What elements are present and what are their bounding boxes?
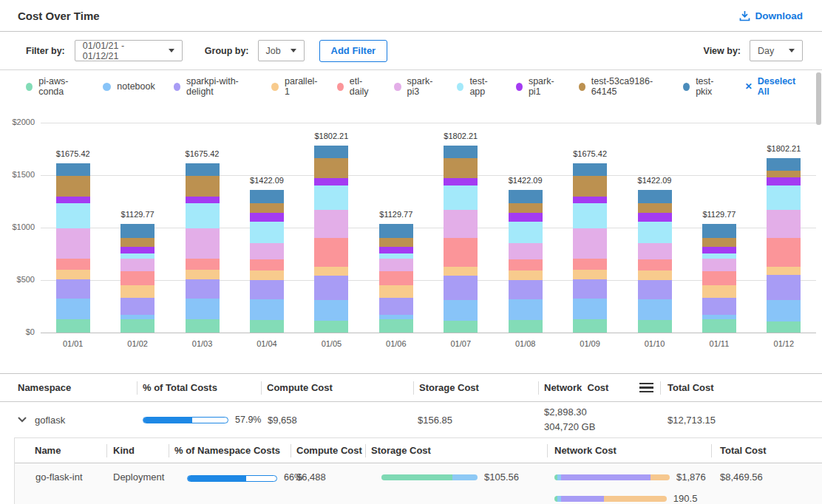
stacked-bar-01/04[interactable] xyxy=(250,190,284,333)
col-pct-total-costs[interactable]: % of Total Costs xyxy=(137,382,261,393)
bar-segment-test-app[interactable] xyxy=(314,185,348,210)
stacked-bar-01/09[interactable] xyxy=(573,163,607,333)
col-pct-namespace-costs[interactable]: % of Namespace Costs xyxy=(169,445,291,456)
legend-item-sparkpi-with-delight[interactable]: sparkpi-with-delight xyxy=(174,76,254,97)
bar-segment-sparkpi-with-delight[interactable] xyxy=(120,298,154,315)
bar-segment-test-app[interactable] xyxy=(638,222,672,243)
bar-segment-spark-pi3[interactable] xyxy=(767,210,801,238)
bar-segment-test-pkix[interactable] xyxy=(379,224,413,238)
bar-segment-etl-daily[interactable] xyxy=(186,259,220,270)
bar-segment-notebook[interactable] xyxy=(314,300,348,321)
bar-segment-etl-daily[interactable] xyxy=(509,259,543,270)
hamburger-menu-icon[interactable] xyxy=(639,383,653,393)
stacked-bar-01/03[interactable] xyxy=(186,163,220,333)
bar-segment-spark-pi3[interactable] xyxy=(702,259,736,271)
col-kind[interactable]: Kind xyxy=(106,445,169,456)
bar-segment-etl-daily[interactable] xyxy=(250,259,284,270)
stacked-bar-01/07[interactable] xyxy=(444,146,478,333)
bar-segment-sparkpi-with-delight[interactable] xyxy=(186,279,220,299)
legend-item-spark-pi1[interactable]: spark-pi1 xyxy=(516,76,560,97)
bar-segment-notebook[interactable] xyxy=(573,299,607,319)
bar-segment-notebook[interactable] xyxy=(186,299,220,319)
bar-segment-test-pkix[interactable] xyxy=(638,190,672,203)
bar-segment-sparkpi-with-delight[interactable] xyxy=(509,280,543,299)
bar-segment-parallel-1[interactable] xyxy=(56,270,90,279)
bar-segment-test-53ca9186-64145[interactable] xyxy=(250,203,284,213)
bar-segment-etl-daily[interactable] xyxy=(314,238,348,267)
bar-segment-etl-daily[interactable] xyxy=(379,271,413,285)
bar-segment-parallel-1[interactable] xyxy=(509,270,543,280)
bar-segment-etl-daily[interactable] xyxy=(120,271,154,285)
bar-segment-etl-daily[interactable] xyxy=(702,271,736,285)
legend-item-parallel-1[interactable]: parallel-1 xyxy=(271,76,318,97)
bar-segment-parallel-1[interactable] xyxy=(573,270,607,279)
bar-segment-test-pkix[interactable] xyxy=(767,158,801,171)
bar-segment-pi-aws-conda[interactable] xyxy=(702,319,736,333)
bar-segment-spark-pi1[interactable] xyxy=(573,197,607,203)
bar-segment-notebook[interactable] xyxy=(444,300,478,321)
bar-segment-test-app[interactable] xyxy=(767,185,801,210)
stacked-bar-01/02[interactable] xyxy=(120,224,154,333)
expand-toggle[interactable]: goflask xyxy=(18,415,65,426)
add-filter-button[interactable]: Add Filter xyxy=(319,40,388,62)
bar-segment-spark-pi3[interactable] xyxy=(444,210,478,238)
bar-segment-etl-daily[interactable] xyxy=(444,238,478,267)
legend-item-test-app[interactable]: test-app xyxy=(457,76,497,97)
bar-segment-test-pkix[interactable] xyxy=(250,190,284,203)
bar-segment-test-app[interactable] xyxy=(56,203,90,228)
bar-segment-test-app[interactable] xyxy=(186,203,220,228)
legend-item-pi-aws-conda[interactable]: pi-aws-conda xyxy=(26,76,84,97)
bar-segment-test-app[interactable] xyxy=(250,222,284,243)
stacked-bar-01/11[interactable] xyxy=(702,224,736,333)
bar-segment-pi-aws-conda[interactable] xyxy=(767,321,801,333)
bar-segment-parallel-1[interactable] xyxy=(314,267,348,276)
col-total-cost[interactable]: Total Cost xyxy=(711,445,822,456)
bar-segment-sparkpi-with-delight[interactable] xyxy=(314,276,348,300)
bar-segment-parallel-1[interactable] xyxy=(638,270,672,280)
date-range-select[interactable]: 01/01/21 - 01/12/21 xyxy=(75,40,183,61)
deselect-all-button[interactable]: ✕ Deselect All xyxy=(745,76,803,97)
bar-segment-spark-pi1[interactable] xyxy=(56,197,90,203)
bar-segment-test-pkix[interactable] xyxy=(314,146,348,158)
bar-segment-spark-pi1[interactable] xyxy=(444,178,478,185)
bar-segment-etl-daily[interactable] xyxy=(638,259,672,270)
bar-segment-spark-pi1[interactable] xyxy=(509,213,543,222)
bar-segment-pi-aws-conda[interactable] xyxy=(573,319,607,333)
bar-segment-parallel-1[interactable] xyxy=(379,285,413,298)
legend-item-test-pkix[interactable]: test-pkix xyxy=(683,76,724,97)
bar-segment-etl-daily[interactable] xyxy=(573,259,607,270)
bar-segment-test-53ca9186-64145[interactable] xyxy=(573,176,607,197)
bar-segment-test-53ca9186-64145[interactable] xyxy=(702,238,736,247)
legend-item-test-53ca9186-64145[interactable]: test-53ca9186-64145 xyxy=(579,76,665,97)
bar-segment-pi-aws-conda[interactable] xyxy=(250,320,284,333)
bar-segment-sparkpi-with-delight[interactable] xyxy=(638,280,672,299)
col-network-cost[interactable]: Network Cost xyxy=(538,382,660,393)
stacked-bar-01/06[interactable] xyxy=(379,224,413,333)
bar-segment-test-pkix[interactable] xyxy=(186,163,220,176)
col-total-cost[interactable]: Total Cost xyxy=(660,382,822,393)
bar-segment-spark-pi3[interactable] xyxy=(250,243,284,259)
download-button[interactable]: Download xyxy=(739,10,804,21)
col-storage-cost[interactable]: Storage Cost xyxy=(365,445,547,456)
bar-segment-spark-pi1[interactable] xyxy=(638,213,672,222)
bar-segment-spark-pi3[interactable] xyxy=(509,243,543,259)
bar-segment-parallel-1[interactable] xyxy=(186,270,220,279)
bar-segment-spark-pi3[interactable] xyxy=(573,228,607,259)
bar-segment-test-53ca9186-64145[interactable] xyxy=(56,176,90,197)
bar-segment-test-53ca9186-64145[interactable] xyxy=(767,171,801,177)
bar-segment-pi-aws-conda[interactable] xyxy=(186,319,220,333)
bar-segment-test-pkix[interactable] xyxy=(120,224,154,238)
bar-segment-spark-pi3[interactable] xyxy=(186,228,220,259)
namespace-row-goflask[interactable]: goflask 57.9% $9,658 $156.85 $2,898.30 3… xyxy=(0,402,822,437)
bar-segment-test-53ca9186-64145[interactable] xyxy=(509,203,543,213)
bar-segment-test-pkix[interactable] xyxy=(509,190,543,203)
bar-segment-test-app[interactable] xyxy=(509,222,543,243)
vertical-scrollbar[interactable] xyxy=(816,72,821,125)
bar-segment-spark-pi1[interactable] xyxy=(250,213,284,222)
bar-segment-pi-aws-conda[interactable] xyxy=(379,319,413,333)
bar-segment-pi-aws-conda[interactable] xyxy=(120,319,154,333)
bar-segment-notebook[interactable] xyxy=(638,299,672,320)
col-namespace[interactable]: Namespace xyxy=(0,382,137,393)
bar-segment-spark-pi3[interactable] xyxy=(638,243,672,259)
bar-segment-sparkpi-with-delight[interactable] xyxy=(702,298,736,315)
